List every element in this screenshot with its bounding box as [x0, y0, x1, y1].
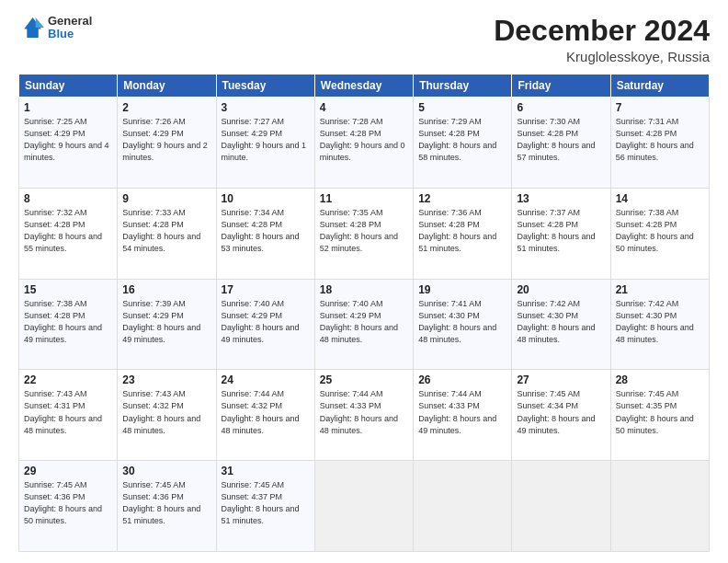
cell-content: Sunrise: 7:26 AMSunset: 4:29 PMDaylight:… [122, 117, 208, 162]
calendar-cell: 16Sunrise: 7:39 AMSunset: 4:29 PMDayligh… [118, 279, 216, 370]
weekday-header-sunday: Sunday [19, 75, 118, 98]
day-number: 21 [616, 283, 704, 296]
weekday-header-row: SundayMondayTuesdayWednesdayThursdayFrid… [19, 75, 710, 98]
calendar-cell: 9Sunrise: 7:33 AMSunset: 4:28 PMDaylight… [118, 188, 216, 279]
day-number: 16 [122, 283, 210, 296]
cell-content: Sunrise: 7:28 AMSunset: 4:28 PMDaylight:… [320, 117, 405, 162]
cell-content: Sunrise: 7:45 AMSunset: 4:34 PMDaylight:… [517, 389, 595, 434]
day-number: 20 [517, 283, 605, 296]
cell-content: Sunrise: 7:34 AMSunset: 4:28 PMDaylight:… [222, 208, 300, 253]
calendar-cell: 1Sunrise: 7:25 AMSunset: 4:29 PMDaylight… [19, 98, 118, 189]
cell-content: Sunrise: 7:44 AMSunset: 4:32 PMDaylight:… [222, 389, 300, 434]
calendar-cell [314, 461, 413, 552]
cell-content: Sunrise: 7:42 AMSunset: 4:30 PMDaylight:… [517, 299, 595, 344]
cell-content: Sunrise: 7:32 AMSunset: 4:28 PMDaylight:… [24, 208, 102, 253]
cell-content: Sunrise: 7:45 AMSunset: 4:35 PMDaylight:… [616, 389, 694, 434]
cell-content: Sunrise: 7:45 AMSunset: 4:37 PMDaylight:… [222, 480, 300, 525]
cell-content: Sunrise: 7:43 AMSunset: 4:31 PMDaylight:… [24, 389, 102, 434]
day-number: 11 [320, 192, 408, 205]
logo-general: General [48, 15, 92, 28]
day-number: 5 [418, 101, 506, 114]
day-number: 9 [122, 192, 210, 205]
calendar-cell: 17Sunrise: 7:40 AMSunset: 4:29 PMDayligh… [216, 279, 314, 370]
logo: General Blue [18, 15, 92, 41]
calendar-cell: 25Sunrise: 7:44 AMSunset: 4:33 PMDayligh… [314, 370, 413, 461]
cell-content: Sunrise: 7:25 AMSunset: 4:29 PMDaylight:… [24, 117, 109, 162]
calendar-cell [512, 461, 610, 552]
day-number: 7 [616, 101, 704, 114]
page: General Blue December 2024 Kruglolesskoy… [0, 0, 728, 563]
cell-content: Sunrise: 7:45 AMSunset: 4:36 PMDaylight:… [24, 480, 102, 525]
day-number: 2 [122, 101, 210, 114]
calendar-cell: 20Sunrise: 7:42 AMSunset: 4:30 PMDayligh… [512, 279, 610, 370]
calendar-week-1: 1Sunrise: 7:25 AMSunset: 4:29 PMDaylight… [19, 98, 710, 189]
calendar-cell: 11Sunrise: 7:35 AMSunset: 4:28 PMDayligh… [314, 188, 413, 279]
header: General Blue December 2024 Kruglolesskoy… [18, 15, 710, 64]
cell-content: Sunrise: 7:43 AMSunset: 4:32 PMDaylight:… [122, 389, 200, 434]
calendar-cell: 10Sunrise: 7:34 AMSunset: 4:28 PMDayligh… [216, 188, 314, 279]
day-number: 8 [24, 192, 112, 205]
calendar-table: SundayMondayTuesdayWednesdayThursdayFrid… [18, 74, 710, 552]
day-number: 12 [418, 192, 506, 205]
day-number: 17 [222, 283, 310, 296]
day-number: 15 [24, 283, 112, 296]
cell-content: Sunrise: 7:35 AMSunset: 4:28 PMDaylight:… [320, 208, 398, 253]
day-number: 14 [616, 192, 704, 205]
calendar-cell: 24Sunrise: 7:44 AMSunset: 4:32 PMDayligh… [216, 370, 314, 461]
cell-content: Sunrise: 7:39 AMSunset: 4:29 PMDaylight:… [122, 299, 200, 344]
weekday-header-friday: Friday [512, 75, 610, 98]
day-number: 3 [222, 101, 310, 114]
calendar-cell: 8Sunrise: 7:32 AMSunset: 4:28 PMDaylight… [19, 188, 118, 279]
cell-content: Sunrise: 7:30 AMSunset: 4:28 PMDaylight:… [517, 117, 595, 162]
cell-content: Sunrise: 7:44 AMSunset: 4:33 PMDaylight:… [418, 389, 496, 434]
calendar-week-3: 15Sunrise: 7:38 AMSunset: 4:28 PMDayligh… [19, 279, 710, 370]
calendar-cell: 22Sunrise: 7:43 AMSunset: 4:31 PMDayligh… [19, 370, 118, 461]
title-month: December 2024 [494, 15, 710, 47]
day-number: 19 [418, 283, 506, 296]
weekday-header-monday: Monday [118, 75, 216, 98]
calendar-cell: 30Sunrise: 7:45 AMSunset: 4:36 PMDayligh… [118, 461, 216, 552]
calendar-cell: 18Sunrise: 7:40 AMSunset: 4:29 PMDayligh… [314, 279, 413, 370]
day-number: 1 [24, 101, 112, 114]
day-number: 24 [222, 373, 310, 386]
calendar-cell [610, 461, 709, 552]
cell-content: Sunrise: 7:27 AMSunset: 4:29 PMDaylight:… [222, 117, 307, 162]
calendar-cell: 23Sunrise: 7:43 AMSunset: 4:32 PMDayligh… [118, 370, 216, 461]
day-number: 22 [24, 373, 112, 386]
weekday-header-thursday: Thursday [414, 75, 512, 98]
calendar-week-2: 8Sunrise: 7:32 AMSunset: 4:28 PMDaylight… [19, 188, 710, 279]
title-block: December 2024 Kruglolesskoye, Russia [494, 15, 710, 64]
calendar-cell: 28Sunrise: 7:45 AMSunset: 4:35 PMDayligh… [610, 370, 709, 461]
weekday-header-saturday: Saturday [610, 75, 709, 98]
cell-content: Sunrise: 7:42 AMSunset: 4:30 PMDaylight:… [616, 299, 694, 344]
weekday-header-tuesday: Tuesday [216, 75, 314, 98]
day-number: 13 [517, 192, 605, 205]
calendar-cell: 31Sunrise: 7:45 AMSunset: 4:37 PMDayligh… [216, 461, 314, 552]
calendar-cell: 19Sunrise: 7:41 AMSunset: 4:30 PMDayligh… [414, 279, 512, 370]
day-number: 29 [24, 465, 112, 477]
day-number: 4 [320, 101, 408, 114]
calendar-cell: 29Sunrise: 7:45 AMSunset: 4:36 PMDayligh… [19, 461, 118, 552]
weekday-header-wednesday: Wednesday [314, 75, 413, 98]
day-number: 23 [122, 373, 210, 386]
calendar-cell: 14Sunrise: 7:38 AMSunset: 4:28 PMDayligh… [610, 188, 709, 279]
day-number: 26 [418, 373, 506, 386]
cell-content: Sunrise: 7:37 AMSunset: 4:28 PMDaylight:… [517, 208, 595, 253]
calendar-cell: 26Sunrise: 7:44 AMSunset: 4:33 PMDayligh… [414, 370, 512, 461]
cell-content: Sunrise: 7:38 AMSunset: 4:28 PMDaylight:… [24, 299, 102, 344]
calendar-cell: 12Sunrise: 7:36 AMSunset: 4:28 PMDayligh… [414, 188, 512, 279]
title-location: Kruglolesskoye, Russia [494, 49, 710, 64]
day-number: 31 [222, 465, 310, 477]
calendar-cell: 3Sunrise: 7:27 AMSunset: 4:29 PMDaylight… [216, 98, 314, 189]
calendar-cell: 13Sunrise: 7:37 AMSunset: 4:28 PMDayligh… [512, 188, 610, 279]
calendar-cell: 2Sunrise: 7:26 AMSunset: 4:29 PMDaylight… [118, 98, 216, 189]
calendar-cell: 5Sunrise: 7:29 AMSunset: 4:28 PMDaylight… [414, 98, 512, 189]
day-number: 10 [222, 192, 310, 205]
day-number: 27 [517, 373, 605, 386]
cell-content: Sunrise: 7:31 AMSunset: 4:28 PMDaylight:… [616, 117, 694, 162]
cell-content: Sunrise: 7:45 AMSunset: 4:36 PMDaylight:… [122, 480, 200, 525]
svg-marker-1 [36, 17, 44, 28]
calendar-week-4: 22Sunrise: 7:43 AMSunset: 4:31 PMDayligh… [19, 370, 710, 461]
cell-content: Sunrise: 7:33 AMSunset: 4:28 PMDaylight:… [122, 208, 200, 253]
calendar-cell: 27Sunrise: 7:45 AMSunset: 4:34 PMDayligh… [512, 370, 610, 461]
